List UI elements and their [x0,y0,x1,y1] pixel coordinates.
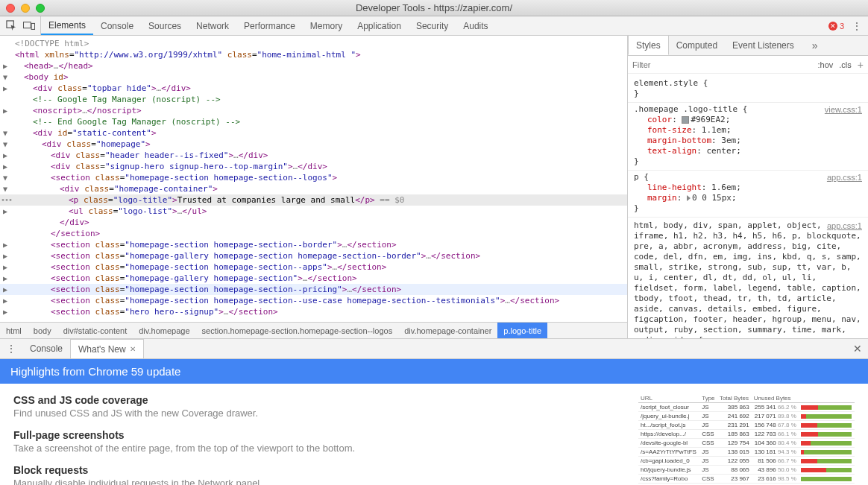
coverage-row[interactable]: /script_foot_closurJS385 863255 341 66.2… [638,403,855,412]
whatsnew-desc: Manually disable individual requests in … [13,478,608,485]
whatsnew-title: Full-page screenshots [13,429,608,441]
cls-toggle[interactable]: .cls [839,60,852,69]
more-options-icon[interactable]: ⋮ [852,20,862,32]
coverage-row[interactable]: ht.../script_foot.jsJS231 291156 748 67.… [638,421,855,430]
elements-panel: <!DOCTYPE html> <html xmlns="http://www.… [0,36,628,338]
breadcrumb: htmlbodydiv#static-contentdiv.homepagese… [0,322,627,338]
coverage-row[interactable]: /css?family=RoboCSS23 96723 616 98.5 % [638,475,855,484]
css-property[interactable]: font-size: 1.1em; [634,125,862,136]
window-titlebar: Developer Tools - https://zapier.com/ [0,0,868,16]
crumb[interactable]: section.homepage-section.homepage-sectio… [196,323,399,338]
styles-tab-styles[interactable]: Styles [628,36,669,55]
css-property[interactable]: margin-bottom: 3em; [634,136,862,146]
dom-tree[interactable]: <!DOCTYPE html> <html xmlns="http://www.… [0,36,627,319]
styles-panel: StylesComputedEvent Listeners» :hov .cls… [628,36,868,338]
add-rule-icon[interactable]: + [858,59,864,71]
styles-tab-computed[interactable]: Computed [669,36,725,55]
drawer-tab-console[interactable]: Console [22,339,70,358]
coverage-row[interactable]: /devsite-google-blCSS129 754104 360 80.4… [638,439,855,448]
crumb[interactable]: div.homepage-container [398,323,497,338]
coverage-row[interactable]: /s=AA2YrTtYPwTtFSJS138 015130 181 94.3 % [638,448,855,457]
rule-selector: p [634,172,639,182]
tab-performance[interactable]: Performance [236,16,303,35]
tab-application[interactable]: Application [350,16,409,35]
tab-audits[interactable]: Audits [456,16,495,35]
rule-selector: element.style [634,78,698,88]
css-property[interactable]: text-align: center; [634,146,862,156]
style-rules[interactable]: element.style {} view.css:1 .homepage .l… [628,74,868,338]
rule-source-link[interactable]: view.css:1 [825,104,862,115]
tab-security[interactable]: Security [409,16,456,35]
tab-network[interactable]: Network [189,16,236,35]
drawer: ⋮ ConsoleWhat's New✕ ✕ Highlights from C… [0,338,868,485]
coverage-table: URLTypeTotal BytesUnused Bytes /script_f… [638,394,855,485]
crumb[interactable]: body [28,323,57,338]
whatsnew-item: Block requestsManually disable individua… [13,464,608,485]
drawer-tab-what-s-new[interactable]: What's New✕ [70,339,144,358]
coverage-row[interactable]: /cb=gapi.loaded_0JS122 05581 506 66.7 % [638,457,855,466]
coverage-row[interactable]: h0/jquery-bundle.jsJS88 06543 896 50.0 % [638,466,855,475]
inspect-icon[interactable] [4,19,18,33]
crumb[interactable]: p.logo-title [497,323,547,338]
crumb[interactable]: div#static-content [57,323,133,338]
svg-rect-1 [23,22,31,28]
styles-filter-input[interactable] [632,60,818,69]
coverage-row[interactable]: /jquery_ui-bundle.jJS241 692217 071 89.8… [638,412,855,421]
css-property[interactable]: margin: 0 0 15px; [634,193,862,203]
whatsnew-item: CSS and JS code coverageFind unused CSS … [13,394,608,419]
error-count[interactable]: ✕3 [828,22,844,31]
tab-memory[interactable]: Memory [303,16,350,35]
drawer-menu-icon[interactable]: ⋮ [0,339,22,358]
rule-source-link[interactable]: app.css:1 [827,221,862,231]
whatsnew-item: Full-page screenshotsTake a screenshot o… [13,429,608,454]
reset-selectors: html, body, div, span, applet, object, i… [634,221,861,338]
drawer-close-icon[interactable]: ✕ [853,343,862,355]
styles-tab-event-listeners[interactable]: Event Listeners [725,36,802,55]
whatsnew-title: CSS and JS code coverage [13,394,608,406]
error-count-number: 3 [840,22,844,31]
css-property[interactable]: line-height: 1.6em; [634,183,862,193]
coverage-row[interactable]: https://develop.../CSS185 863122 783 66.… [638,430,855,439]
selected-dom-node[interactable]: •••<p class="logo-title">Trusted at comp… [0,194,627,206]
window-title: Developer Tools - https://zapier.com/ [0,2,868,13]
whatsnew-desc: Find unused CSS and JS with the new Cove… [13,408,608,419]
tab-elements[interactable]: Elements [41,16,93,35]
close-tab-icon[interactable]: ✕ [130,345,136,353]
tab-console[interactable]: Console [93,16,141,35]
svg-rect-2 [31,23,34,29]
whatsnew-desc: Take a screenshot of the entire page, fr… [13,443,608,454]
crumb[interactable]: html [0,323,28,338]
css-property[interactable]: color: #969EA2; [634,115,862,125]
rule-source-link[interactable]: app.css:1 [827,172,862,183]
hov-toggle[interactable]: :hov [818,60,834,69]
styles-tabs-more-icon[interactable]: » [805,36,825,55]
whatsnew-banner: Highlights from Chrome 59 update [0,359,868,384]
device-toggle-icon[interactable] [22,19,36,33]
whatsnew-title: Block requests [13,464,608,476]
styles-filter-bar: :hov .cls + [628,56,868,74]
tab-sources[interactable]: Sources [141,16,189,35]
rule-selector: .homepage .logo-title [634,104,738,114]
crumb[interactable]: div.homepage [133,323,195,338]
devtools-toolbar: ElementsConsoleSourcesNetworkPerformance… [0,16,868,36]
